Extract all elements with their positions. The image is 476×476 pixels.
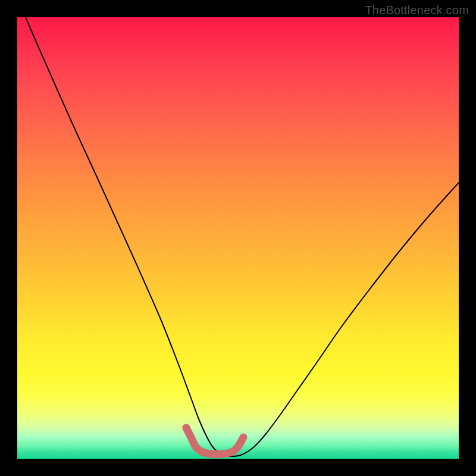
plot-area bbox=[17, 17, 459, 459]
watermark-text: TheBottleneck.com bbox=[365, 4, 469, 17]
bump-start-dot bbox=[183, 424, 190, 432]
chart-svg bbox=[17, 17, 459, 459]
main-curve bbox=[26, 17, 459, 456]
bottom-bumps bbox=[186, 428, 243, 455]
